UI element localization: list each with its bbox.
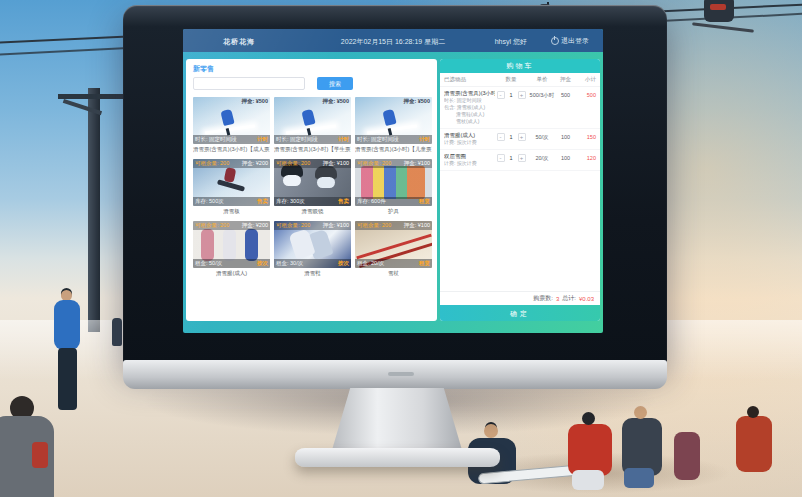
stock-label: 时长: 固定时间段: [357, 135, 399, 144]
cart-item-subtotal: 500: [574, 90, 600, 125]
product-name: 护具: [355, 206, 432, 216]
rent-quota: 可租余量: 200: [195, 221, 229, 230]
product-name: 滑雪票(含雪具)(3小时)【学生票】: [274, 144, 351, 154]
billing-tag: 按次: [257, 259, 268, 268]
decrease-quantity-button[interactable]: -: [497, 154, 505, 162]
product-card[interactable]: 可租余量: 200押金: ¥200 库存: 500次售卖 滑雪板: [193, 159, 270, 216]
product-image: 可租余量: 200押金: ¥200 租金: 50/次按次: [193, 221, 270, 268]
decrease-quantity-button[interactable]: -: [497, 133, 505, 141]
search-button[interactable]: 搜索: [317, 77, 353, 90]
product-grid: 押金: ¥500 时长: 固定时间段计时 滑雪票(含雪具)(3小时)【成人票】 …: [193, 97, 432, 278]
cart-item-detail: 时长: 固定时间段: [444, 97, 495, 104]
datetime-display: 2022年02月15日 16:28:19 星期二: [341, 37, 445, 47]
person-figure: [736, 406, 772, 476]
increase-quantity-button[interactable]: +: [518, 133, 526, 141]
search-bar: 搜索: [193, 77, 353, 90]
billing-tag: 租赁: [419, 197, 430, 206]
stock-label: 库存: 300次: [276, 197, 305, 206]
cart-title: 购物车: [440, 59, 600, 73]
stock-label: 库存: 500次: [195, 197, 224, 206]
column-unit-price: 单价: [527, 76, 557, 83]
product-image: 可租余量: 200押金: ¥200 库存: 500次售卖: [193, 159, 270, 206]
product-card[interactable]: 可租余量: 200押金: ¥100 租金: 20/次租赁 雪杖: [355, 221, 432, 278]
product-card[interactable]: 押金: ¥500 时长: 固定时间段计时 滑雪票(含雪具)(3小时)【成人票】: [193, 97, 270, 154]
cart-item-deposit: 500: [557, 90, 574, 125]
cart-column-headers: 已选物品 数量 单价 押金 小计: [440, 73, 600, 87]
cart-item: 双层雪圈 计费: 按次计费 - 1 + 20/次 100 120: [440, 150, 600, 171]
stock-label: 库存: 600件: [357, 197, 386, 206]
rent-quota: 可租余量: 200: [276, 221, 310, 230]
cart-item-name: 滑雪服(成人): [444, 132, 495, 139]
cart-item-subtotal: 150: [574, 132, 600, 146]
ticket-count-label: 购票数:: [533, 294, 553, 303]
column-deposit: 押金: [557, 76, 574, 83]
deposit-label: 押金: ¥100: [404, 221, 430, 230]
cart-item-detail: 滑雪鞋(成人): [444, 111, 495, 118]
app-title: 花桥花海: [223, 37, 255, 47]
cart-item-unit-price: 50/次: [527, 132, 557, 146]
monitor-stand-neck: [332, 388, 462, 450]
product-card[interactable]: 可租余量: 200押金: ¥200 租金: 50/次按次 滑雪服(成人): [193, 221, 270, 278]
rent-quota: 可租余量: 200: [357, 221, 391, 230]
cart-item-unit-price: 20/次: [527, 153, 557, 167]
cart-item: 滑雪服(成人) 计费: 按次计费 - 1 + 50/次 100 150: [440, 129, 600, 150]
stock-label: 租金: 20/次: [357, 259, 384, 268]
cart-item-deposit: 100: [557, 153, 574, 167]
cart-summary: 购票数: 3 总计: ¥0.03: [440, 291, 600, 305]
product-name: 滑雪眼镜: [274, 206, 351, 216]
rent-quota: 可租余量: 200: [276, 159, 310, 168]
monitor-stand-base: [295, 448, 500, 467]
cart-item-unit-price: 500/3小时: [527, 90, 557, 125]
decrease-quantity-button[interactable]: -: [497, 91, 505, 99]
app-header-bar: 花桥花海 2022年02月15日 16:28:19 星期二 hhsyl 您好 退…: [183, 29, 603, 52]
product-name: 雪杖: [355, 268, 432, 278]
monitor-logo: [388, 372, 414, 376]
deposit-label: 押金: ¥500: [241, 97, 268, 106]
deposit-label: 押金: ¥500: [322, 97, 349, 106]
billing-tag: 售卖: [257, 197, 268, 206]
billing-tag: 售卖: [338, 197, 349, 206]
quantity-value: 1: [507, 133, 516, 141]
increase-quantity-button[interactable]: +: [518, 154, 526, 162]
logout-button[interactable]: 退出登录: [551, 36, 589, 46]
cart-item-detail: 计费: 按次计费: [444, 139, 495, 146]
power-icon: [551, 37, 559, 45]
stock-label: 时长: 固定时间段: [276, 135, 318, 144]
product-card[interactable]: 可租余量: 200押金: ¥100 库存: 600件租赁 护具: [355, 159, 432, 216]
product-image: 可租余量: 200押金: ¥100 库存: 600件租赁: [355, 159, 432, 206]
product-card[interactable]: 押金: ¥500 时长: 固定时间段计时 滑雪票(含雪具)(3小时)【学生票】: [274, 97, 351, 154]
stock-label: 时长: 固定时间段: [195, 135, 237, 144]
deposit-label: 押金: ¥100: [323, 159, 349, 168]
app-screen: 花桥花海 2022年02月15日 16:28:19 星期二 hhsyl 您好 退…: [183, 29, 603, 333]
stock-label: 租金: 50/次: [195, 259, 222, 268]
cart-item: 滑雪票(含雪具)(3小时)【成人票】 时长: 固定时间段 包含: 滑雪板(成人)…: [440, 87, 600, 129]
billing-tag: 租赁: [419, 259, 430, 268]
product-image: 押金: ¥500 时长: 固定时间段计时: [193, 97, 270, 144]
search-input[interactable]: [193, 77, 305, 90]
product-image: 可租余量: 200押金: ¥100 租金: 20/次租赁: [355, 221, 432, 268]
deposit-label: 押金: ¥100: [323, 221, 349, 230]
column-quantity: 数量: [495, 76, 527, 83]
product-name: 滑雪板: [193, 206, 270, 216]
billing-tag: 计时: [419, 135, 430, 144]
increase-quantity-button[interactable]: +: [518, 91, 526, 99]
cart-item-subtotal: 120: [574, 153, 600, 167]
product-card[interactable]: 可租余量: 200押金: ¥100 库存: 300次售卖 滑雪眼镜: [274, 159, 351, 216]
ticket-count-value: 3: [556, 296, 559, 302]
deposit-label: 押金: ¥100: [404, 159, 430, 168]
cart-item-name: 滑雪票(含雪具)(3小时)【成人票】: [444, 90, 495, 97]
cart-item-detail: 包含: 滑雪板(成人): [444, 104, 495, 111]
confirm-button[interactable]: 确定: [440, 305, 600, 321]
product-image: 押金: ¥500 时长: 固定时间段计时: [355, 97, 432, 144]
deposit-label: 押金: ¥500: [403, 97, 430, 106]
billing-tag: 计时: [257, 135, 268, 144]
user-greeting: hhsyl 您好: [495, 37, 527, 47]
cart-item-name: 双层雪圈: [444, 153, 495, 160]
product-card[interactable]: 押金: ¥500 时长: 固定时间段计时 滑雪票(含雪具)(3小时)【儿童票】: [355, 97, 432, 154]
product-name: 滑雪票(含雪具)(3小时)【成人票】: [193, 144, 270, 154]
product-card[interactable]: 可租余量: 200押金: ¥100 租金: 30/次按次 滑雪鞋: [274, 221, 351, 278]
cart-item-detail: 计费: 按次计费: [444, 160, 495, 167]
column-subtotal: 小计: [574, 76, 600, 83]
person-figure: [0, 402, 62, 497]
rent-quota: 可租余量: 200: [195, 159, 229, 168]
